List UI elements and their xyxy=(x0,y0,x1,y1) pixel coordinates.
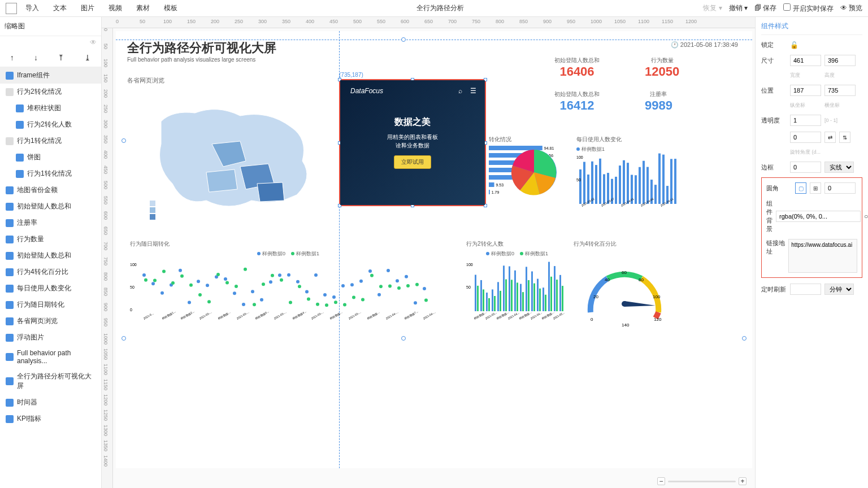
move-top-icon[interactable]: ⤒ xyxy=(58,53,64,62)
menu-text[interactable]: 文本 xyxy=(53,3,67,13)
layer-item[interactable]: 时间器 xyxy=(0,394,101,411)
layer-item[interactable]: 行为4转化百分比 xyxy=(0,264,101,280)
link-input[interactable]: https://www.datafocus.ai xyxy=(788,239,857,273)
zoom-slider[interactable] xyxy=(668,481,736,482)
height-input[interactable] xyxy=(824,55,856,66)
layer-item[interactable]: 浮动图片 xyxy=(0,329,101,346)
svg-point-86 xyxy=(289,301,292,304)
zoom-in-button[interactable]: + xyxy=(739,477,747,485)
layer-item[interactable]: 行为2转化人数 xyxy=(0,116,101,133)
radius-each-icon[interactable]: ⊞ xyxy=(810,182,821,194)
svg-rect-146 xyxy=(505,280,507,311)
layer-item[interactable]: 初始登陆人数总和 xyxy=(0,198,101,215)
restore-button[interactable]: 恢复 ▾ xyxy=(703,3,722,13)
layer-item[interactable]: 饼图 xyxy=(0,149,101,165)
realtime-save-toggle[interactable]: 开启实时保存 xyxy=(783,3,833,14)
svg-point-113 xyxy=(414,301,417,304)
svg-rect-24 xyxy=(603,174,605,204)
flip-h-icon[interactable]: ⇄ xyxy=(824,132,836,143)
eye-icon[interactable]: 👁 xyxy=(0,36,101,49)
border-width-input[interactable] xyxy=(790,162,821,173)
flip-v-icon[interactable]: ⇅ xyxy=(839,132,850,143)
app-logo-icon[interactable] xyxy=(6,3,17,14)
radius-all-icon[interactable]: ▢ xyxy=(795,182,806,194)
menu-asset[interactable]: 素材 xyxy=(136,3,150,13)
undo-button[interactable]: 撤销 ▾ xyxy=(729,3,748,13)
layer-item[interactable]: 每日使用人数变化 xyxy=(0,280,101,297)
search-icon[interactable]: ⌕ xyxy=(458,87,462,95)
y-input[interactable] xyxy=(824,85,856,96)
svg-text:2021-03-...: 2021-03-... xyxy=(236,311,250,320)
radius-input[interactable] xyxy=(824,182,856,194)
svg-point-76 xyxy=(244,268,247,271)
svg-rect-161 xyxy=(548,262,550,311)
opacity-input[interactable] xyxy=(790,115,821,126)
svg-rect-150 xyxy=(517,282,518,311)
refresh-unit-select[interactable]: 分钟 xyxy=(824,284,854,295)
layer-item[interactable]: KPI指标 xyxy=(0,411,101,427)
menu-template[interactable]: 模板 xyxy=(164,3,177,13)
canvas-area[interactable]: 0501001502002503003504004505005506006507… xyxy=(102,17,755,488)
svg-point-65 xyxy=(197,280,200,283)
layer-item[interactable]: 全行为路径分析可视化大屏 xyxy=(0,368,101,394)
layer-item[interactable]: 初始登陆人数总和 xyxy=(0,247,101,264)
layer-item[interactable]: 各省网页浏览 xyxy=(0,313,101,329)
iframe-cta-button[interactable]: 立即试用 xyxy=(394,155,431,169)
layer-item[interactable]: 堆积柱状图 xyxy=(0,100,101,116)
layer-item[interactable]: 行为2转化情况 xyxy=(0,84,101,100)
move-down-icon[interactable]: ↓ xyxy=(34,53,38,62)
dashboard-time: 🕐 2021-05-08 17:38:49 xyxy=(671,41,738,49)
thumbnail-label: 缩略图 xyxy=(0,17,101,36)
svg-text:9.53: 9.53 xyxy=(496,183,504,187)
svg-text:40: 40 xyxy=(605,277,610,282)
bg-input[interactable] xyxy=(776,211,861,222)
svg-point-108 xyxy=(388,285,392,288)
layer-item[interactable]: 行为1转化情况 xyxy=(0,165,101,182)
layer-item[interactable]: Iframe组件 xyxy=(0,67,101,84)
save-button[interactable]: 🗐 保存 xyxy=(754,3,776,13)
hamburger-icon[interactable]: ☰ xyxy=(470,87,476,95)
layer-item[interactable]: 行为数量 xyxy=(0,231,101,247)
layer-item[interactable]: 行为1转化情况 xyxy=(0,133,101,149)
svg-text:样例数据0...: 样例数据0... xyxy=(255,310,270,320)
svg-rect-163 xyxy=(554,266,555,311)
svg-point-115 xyxy=(423,287,426,290)
layer-item[interactable]: Full behavior path analysis... xyxy=(0,346,101,368)
move-up-icon[interactable]: ↑ xyxy=(10,53,14,62)
bg-mode-icon[interactable]: ○ xyxy=(864,212,868,220)
svg-text:样例数据2...: 样例数据2... xyxy=(180,310,195,320)
rotate-input[interactable] xyxy=(790,132,821,143)
layer-item[interactable]: 注册率 xyxy=(0,215,101,231)
zoom-control[interactable]: − + xyxy=(657,477,747,485)
layer-item[interactable]: 地图省份金额 xyxy=(0,182,101,198)
svg-point-101 xyxy=(359,280,363,283)
lock-icon[interactable]: 🔓 xyxy=(790,41,798,49)
ruler-horizontal: 0501001502002503003504004505005506006507… xyxy=(102,17,755,28)
svg-point-83 xyxy=(278,273,281,277)
svg-rect-15 xyxy=(489,190,490,194)
svg-point-54 xyxy=(144,278,147,282)
scatter-chart: 行为随日期转化 样例数据0 样例数据1 1005002021-0...样例数据1… xyxy=(130,240,446,330)
svg-point-66 xyxy=(198,293,202,297)
gauge-chart: 行为4转化百分比 020 4060 80100 120140 xyxy=(574,240,675,330)
svg-rect-22 xyxy=(595,165,597,204)
x-input[interactable] xyxy=(790,85,821,96)
svg-point-112 xyxy=(406,284,410,287)
menu-video[interactable]: 视频 xyxy=(108,3,122,13)
svg-text:2021-05...: 2021-05... xyxy=(553,311,566,320)
svg-rect-158 xyxy=(539,289,541,311)
border-style-select[interactable]: 实线 xyxy=(824,162,854,173)
iframe-component-selected[interactable]: DataFocus ⌕ ☰ 数据之美 用精美的图表和看板 诠释业务数据 立即试用 xyxy=(339,79,486,206)
menu-import[interactable]: 导入 xyxy=(25,3,39,13)
svg-point-81 xyxy=(269,280,272,284)
width-input[interactable] xyxy=(790,55,821,66)
layer-item[interactable]: 行为随日期转化 xyxy=(0,297,101,313)
refresh-input[interactable] xyxy=(790,284,821,295)
svg-rect-135 xyxy=(475,274,476,311)
svg-text:2021-04...: 2021-04... xyxy=(530,311,543,320)
zoom-out-button[interactable]: − xyxy=(657,477,665,485)
move-bottom-icon[interactable]: ⤓ xyxy=(84,53,91,62)
svg-rect-143 xyxy=(497,282,499,311)
preview-button[interactable]: 👁 预览 xyxy=(840,3,862,13)
menu-image[interactable]: 图片 xyxy=(81,3,94,13)
